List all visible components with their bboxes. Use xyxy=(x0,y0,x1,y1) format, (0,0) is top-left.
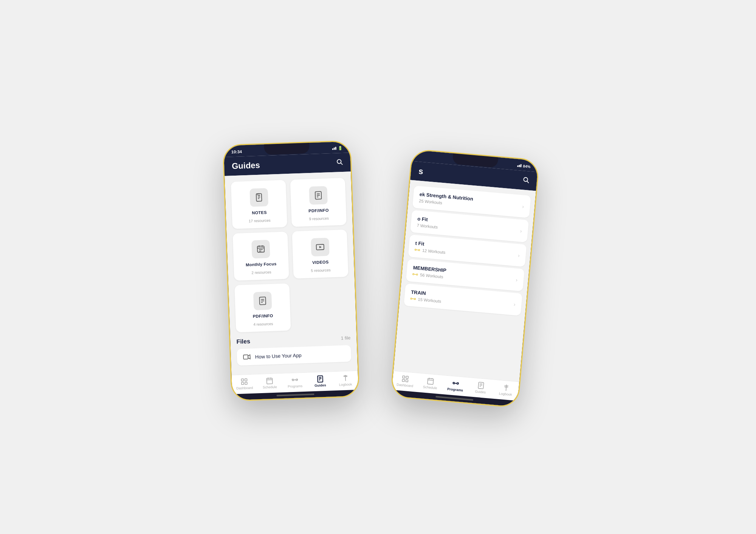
nav-label-dashboard-right: Dashboard xyxy=(397,383,414,388)
guide-card-notes[interactable]: NOTES 17 resources xyxy=(231,180,287,229)
guides-content: NOTES 17 resources xyxy=(225,171,358,375)
svg-rect-29 xyxy=(267,378,273,384)
phone-right: 84% s ek Strength & Nutrition xyxy=(390,148,540,408)
nav-dashboard-right[interactable]: Dashboard xyxy=(392,374,418,388)
nav-label-programs-right: Programs xyxy=(447,387,463,392)
nav-label-schedule-right: Schedule xyxy=(423,385,437,390)
dumbbell-icon-5 xyxy=(410,297,416,301)
notes-icon-wrap xyxy=(249,188,268,207)
search-icon-programs[interactable] xyxy=(522,176,530,185)
dumbbell-icon-4 xyxy=(412,272,418,276)
chevron-1: › xyxy=(522,203,524,209)
program-name-5: TRAIN xyxy=(411,289,442,298)
battery-right: 84% xyxy=(523,164,531,169)
nav-programs-right[interactable]: Programs xyxy=(442,378,468,393)
guide-grid: NOTES 17 resources xyxy=(231,178,349,281)
svg-rect-26 xyxy=(245,379,247,381)
svg-line-30 xyxy=(267,380,273,380)
pdf2-subtitle: 4 resources xyxy=(253,322,273,327)
guides-title: Guides xyxy=(232,161,260,171)
phone-left: 10:34 🔋 Guides xyxy=(222,140,360,401)
program-info-5: TRAIN 15 Workouts xyxy=(410,289,442,304)
nav-schedule-left[interactable]: Schedule xyxy=(257,377,283,389)
guide-card-monthly[interactable]: Monthly Focus 2 resources xyxy=(232,232,289,281)
status-icons-left: 🔋 xyxy=(332,146,342,151)
program-name-3: t Fit xyxy=(415,240,446,248)
pdf1-subtitle: 9 resources xyxy=(309,216,329,221)
signal-icon-right xyxy=(517,164,522,167)
nav-label-programs-left: Programs xyxy=(288,384,302,388)
svg-line-42 xyxy=(345,375,345,381)
svg-marker-19 xyxy=(319,246,321,248)
notes-title: NOTES xyxy=(252,210,267,215)
chevron-3: › xyxy=(518,252,520,258)
nav-guides-left[interactable]: Guides xyxy=(307,375,333,387)
program-list: ek Strength & Nutrition 25 Workouts › o … xyxy=(393,180,536,381)
nav-label-guides-left: Guides xyxy=(314,383,326,387)
program-workouts-2: 7 Workouts xyxy=(417,223,438,229)
guide-card-pdf1[interactable]: PDF/INFO 9 resources xyxy=(290,178,347,227)
program-meta-2: 7 Workouts xyxy=(417,223,438,229)
svg-line-77 xyxy=(480,385,482,386)
pdf-icon-wrap-1 xyxy=(309,186,328,205)
nav-logbook-left[interactable]: Logbook xyxy=(333,374,358,387)
files-count: 1 file xyxy=(341,335,351,341)
video-file-icon xyxy=(243,354,251,360)
screen-right: 84% s ek Strength & Nutrition xyxy=(391,150,539,407)
nav-label-logbook-left: Logbook xyxy=(339,383,352,387)
monthly-title: Monthly Focus xyxy=(246,261,277,267)
guide-card-pdf2[interactable]: PDF/INFO 4 resources xyxy=(234,283,291,332)
videos-subtitle: 5 resources xyxy=(311,268,331,273)
nav-label-logbook-right: Logbook xyxy=(499,392,512,397)
files-header: Files 1 file xyxy=(236,335,350,346)
program-workouts-1: 25 Workouts xyxy=(419,199,442,205)
program-meta-5: 15 Workouts xyxy=(410,296,441,304)
nav-programs-left[interactable]: Programs xyxy=(282,376,308,389)
program-name-2: o Fit xyxy=(417,216,439,223)
files-title: Files xyxy=(236,338,250,345)
nav-dashboard-left[interactable]: Dashboard xyxy=(232,377,257,390)
nav-label-guides-right: Guides xyxy=(475,389,486,394)
app-scene: 10:34 🔋 Guides xyxy=(208,131,548,403)
time-left: 10:34 xyxy=(231,149,242,154)
chevron-2: › xyxy=(520,228,522,234)
svg-line-67 xyxy=(428,380,434,380)
videos-title: VIDEOS xyxy=(312,260,329,265)
files-section: Files 1 file How to Use Your App xyxy=(236,335,351,366)
programs-title-partial: s xyxy=(418,166,423,176)
program-info-1: ek Strength & Nutrition 25 Workouts xyxy=(419,191,473,208)
dumbbell-icon-3 xyxy=(415,248,420,252)
nav-label-schedule-left: Schedule xyxy=(263,385,277,389)
program-workouts-5: 15 Workouts xyxy=(418,297,441,303)
pdf2-title: PDF/INFO xyxy=(253,313,273,319)
svg-rect-28 xyxy=(245,382,247,384)
guide-card-videos[interactable]: VIDEOS 5 resources xyxy=(292,230,348,279)
program-info-2: o Fit 7 Workouts xyxy=(417,216,438,229)
nav-label-dashboard-left: Dashboard xyxy=(236,386,253,390)
chevron-4: › xyxy=(516,276,518,282)
svg-line-49 xyxy=(416,250,418,250)
nav-logbook-right[interactable]: Logbook xyxy=(493,383,519,397)
svg-rect-63 xyxy=(406,376,408,378)
svg-line-54 xyxy=(414,274,416,275)
nav-schedule-right[interactable]: Schedule xyxy=(417,376,443,390)
file-item-how-to[interactable]: How to Use Your App xyxy=(237,345,351,366)
svg-line-1 xyxy=(341,163,342,164)
svg-rect-24 xyxy=(243,355,248,360)
notes-subtitle: 17 resources xyxy=(249,218,271,223)
nav-guides-right[interactable]: Guides xyxy=(468,381,494,395)
svg-line-59 xyxy=(412,299,414,299)
svg-rect-25 xyxy=(242,379,244,381)
battery-icon-left: 🔋 xyxy=(338,146,342,150)
svg-line-72 xyxy=(455,383,457,384)
program-workouts-3: 12 Workouts xyxy=(422,248,446,255)
svg-rect-65 xyxy=(406,380,408,382)
screen-left: 10:34 🔋 Guides xyxy=(223,141,358,400)
pdf1-title: PDF/INFO xyxy=(308,208,329,213)
program-workouts-4: 56 Workouts xyxy=(420,273,443,279)
svg-rect-64 xyxy=(402,379,404,381)
status-icons-right: 84% xyxy=(517,163,531,168)
monthly-icon-wrap xyxy=(251,240,270,259)
signal-icon-left xyxy=(332,147,336,150)
search-icon-guides[interactable] xyxy=(336,158,343,167)
